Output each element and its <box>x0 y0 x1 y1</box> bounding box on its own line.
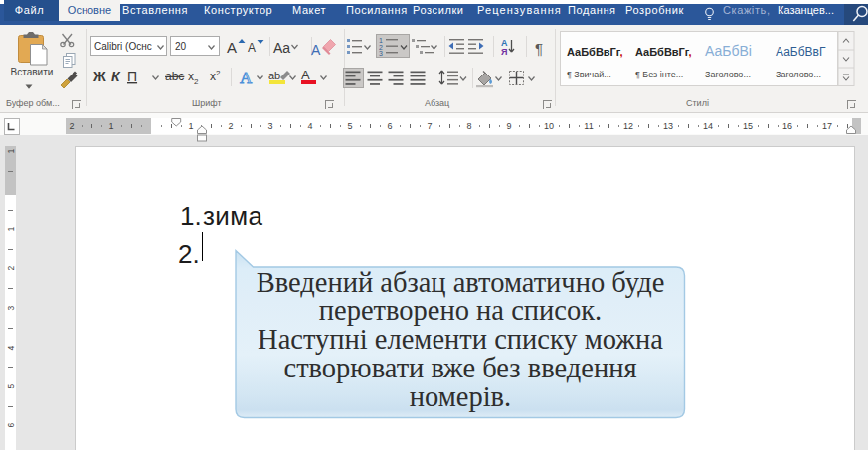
svg-text:Я: Я <box>501 47 507 57</box>
svg-text:Aa: Aa <box>273 40 290 56</box>
svg-text:К: К <box>111 69 121 84</box>
svg-text:А: А <box>301 68 310 82</box>
svg-text:A: A <box>227 39 237 56</box>
svg-text:A: A <box>240 69 253 87</box>
svg-text:A: A <box>248 41 256 55</box>
svg-text:3: 3 <box>379 50 383 57</box>
svg-text:A: A <box>311 42 321 58</box>
svg-text:ab: ab <box>268 70 280 81</box>
svg-text:Ж: Ж <box>92 69 106 84</box>
svg-text:abc: abc <box>165 70 184 83</box>
svg-text:П: П <box>127 69 137 84</box>
svg-text:¶: ¶ <box>535 40 543 57</box>
svg-text:2: 2 <box>194 77 199 86</box>
svg-text:2: 2 <box>216 69 221 77</box>
